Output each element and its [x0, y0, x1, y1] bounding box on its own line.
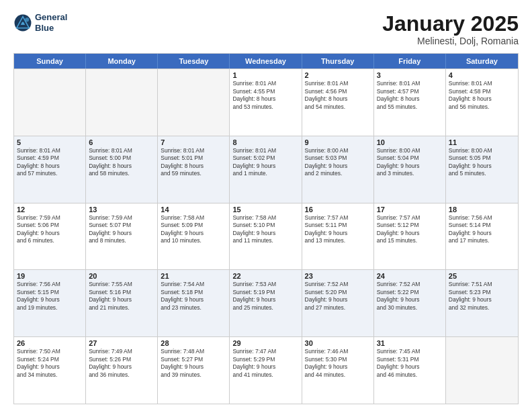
- cell-info: Sunrise: 8:01 AMSunset: 5:01 PMDaylight:…: [161, 147, 226, 178]
- cell-info: Sunrise: 8:01 AMSunset: 4:59 PMDaylight:…: [17, 147, 83, 178]
- day-header-saturday: Saturday: [446, 54, 518, 68]
- cell-info: Sunrise: 7:58 AMSunset: 5:09 PMDaylight:…: [161, 214, 226, 245]
- day-number: 9: [305, 138, 371, 146]
- day-number: 13: [89, 205, 154, 214]
- day-header-thursday: Thursday: [302, 54, 374, 68]
- day-header-friday: Friday: [374, 54, 446, 68]
- day-number: 20: [89, 272, 154, 280]
- calendar-cell-w2c3: 15Sunrise: 7:58 AMSunset: 5:10 PMDayligh…: [230, 203, 302, 270]
- calendar-cell-w2c0: 12Sunrise: 7:59 AMSunset: 5:06 PMDayligh…: [14, 203, 86, 270]
- day-number: 28: [161, 339, 226, 347]
- calendar-week-3: 19Sunrise: 7:56 AMSunset: 5:15 PMDayligh…: [14, 269, 518, 336]
- cell-info: Sunrise: 7:53 AMSunset: 5:19 PMDaylight:…: [232, 281, 298, 312]
- day-number: 25: [449, 272, 515, 280]
- cell-info: Sunrise: 8:01 AMSunset: 4:55 PMDaylight:…: [232, 80, 298, 111]
- day-number: 16: [305, 205, 371, 214]
- month-title: January 2025: [382, 12, 519, 36]
- cell-info: Sunrise: 7:56 AMSunset: 5:14 PMDaylight:…: [449, 214, 515, 245]
- calendar-cell-w2c6: 18Sunrise: 7:56 AMSunset: 5:14 PMDayligh…: [446, 203, 518, 270]
- cell-info: Sunrise: 8:00 AMSunset: 5:04 PMDaylight:…: [377, 147, 443, 178]
- header: General Blue January 2025 Melinesti, Dol…: [13, 12, 519, 46]
- calendar-cell-w3c3: 22Sunrise: 7:53 AMSunset: 5:19 PMDayligh…: [230, 270, 302, 336]
- day-number: 7: [161, 138, 226, 146]
- day-number: 1: [232, 71, 298, 79]
- calendar-cell-w1c2: 7Sunrise: 8:01 AMSunset: 5:01 PMDaylight…: [158, 136, 230, 203]
- calendar-cell-w4c3: 29Sunrise: 7:47 AMSunset: 5:29 PMDayligh…: [230, 337, 302, 404]
- day-number: 23: [305, 272, 371, 280]
- day-number: 12: [17, 205, 83, 214]
- day-number: 18: [449, 205, 515, 214]
- cell-info: Sunrise: 7:54 AMSunset: 5:18 PMDaylight:…: [161, 281, 226, 312]
- cell-info: Sunrise: 8:00 AMSunset: 5:05 PMDaylight:…: [449, 147, 515, 178]
- day-number: 22: [232, 272, 298, 280]
- day-header-sunday: Sunday: [14, 54, 86, 68]
- calendar-cell-w4c5: 31Sunrise: 7:45 AMSunset: 5:31 PMDayligh…: [374, 337, 446, 404]
- calendar-cell-w1c4: 9Sunrise: 8:00 AMSunset: 5:03 PMDaylight…: [302, 136, 374, 203]
- day-number: 24: [377, 272, 443, 280]
- calendar-cell-w1c6: 11Sunrise: 8:00 AMSunset: 5:05 PMDayligh…: [446, 136, 518, 203]
- title-block: January 2025 Melinesti, Dolj, Romania: [382, 12, 519, 46]
- day-number: 3: [377, 71, 443, 79]
- cell-info: Sunrise: 7:58 AMSunset: 5:10 PMDaylight:…: [232, 214, 298, 245]
- calendar-week-1: 5Sunrise: 8:01 AMSunset: 4:59 PMDaylight…: [14, 136, 518, 203]
- day-number: 17: [377, 205, 443, 214]
- logo-text: General Blue: [35, 12, 67, 33]
- cell-info: Sunrise: 8:00 AMSunset: 5:03 PMDaylight:…: [305, 147, 371, 178]
- page: General Blue January 2025 Melinesti, Dol…: [0, 0, 532, 411]
- calendar-cell-w3c1: 20Sunrise: 7:55 AMSunset: 5:16 PMDayligh…: [86, 270, 158, 336]
- cell-info: Sunrise: 8:01 AMSunset: 4:57 PMDaylight:…: [377, 80, 443, 111]
- cell-info: Sunrise: 7:52 AMSunset: 5:22 PMDaylight:…: [377, 281, 443, 312]
- calendar-cell-w1c5: 10Sunrise: 8:00 AMSunset: 5:04 PMDayligh…: [374, 136, 446, 203]
- day-number: 31: [377, 339, 443, 347]
- cell-info: Sunrise: 7:45 AMSunset: 5:31 PMDaylight:…: [377, 348, 443, 379]
- day-number: 30: [305, 339, 371, 347]
- day-number: 2: [305, 71, 371, 79]
- calendar-week-0: 1Sunrise: 8:01 AMSunset: 4:55 PMDaylight…: [14, 68, 518, 136]
- calendar-cell-w2c5: 17Sunrise: 7:57 AMSunset: 5:12 PMDayligh…: [374, 203, 446, 270]
- day-number: 6: [89, 138, 154, 146]
- cell-info: Sunrise: 7:51 AMSunset: 5:23 PMDaylight:…: [449, 281, 515, 312]
- calendar-cell-w4c2: 28Sunrise: 7:48 AMSunset: 5:27 PMDayligh…: [158, 337, 230, 404]
- svg-point-2: [25, 17, 29, 21]
- calendar-cell-w3c6: 25Sunrise: 7:51 AMSunset: 5:23 PMDayligh…: [446, 270, 518, 336]
- calendar: SundayMondayTuesdayWednesdayThursdayFrid…: [13, 53, 519, 404]
- day-number: 8: [232, 138, 298, 146]
- calendar-cell-w4c1: 27Sunrise: 7:49 AMSunset: 5:26 PMDayligh…: [86, 337, 158, 404]
- calendar-cell-w3c4: 23Sunrise: 7:52 AMSunset: 5:20 PMDayligh…: [302, 270, 374, 336]
- cell-info: Sunrise: 8:01 AMSunset: 5:00 PMDaylight:…: [89, 147, 154, 178]
- day-number: 19: [17, 272, 83, 280]
- day-number: 4: [449, 71, 515, 79]
- cell-info: Sunrise: 7:50 AMSunset: 5:24 PMDaylight:…: [17, 348, 83, 379]
- calendar-week-2: 12Sunrise: 7:59 AMSunset: 5:06 PMDayligh…: [14, 203, 518, 270]
- calendar-cell-w1c3: 8Sunrise: 8:01 AMSunset: 5:02 PMDaylight…: [230, 136, 302, 203]
- cell-info: Sunrise: 7:57 AMSunset: 5:12 PMDaylight:…: [377, 214, 443, 245]
- cell-info: Sunrise: 7:47 AMSunset: 5:29 PMDaylight:…: [232, 348, 298, 379]
- calendar-cell-w4c0: 26Sunrise: 7:50 AMSunset: 5:24 PMDayligh…: [14, 337, 86, 404]
- logo-icon: [13, 13, 32, 32]
- calendar-cell-w3c0: 19Sunrise: 7:56 AMSunset: 5:15 PMDayligh…: [14, 270, 86, 336]
- cell-info: Sunrise: 7:46 AMSunset: 5:30 PMDaylight:…: [305, 348, 371, 379]
- day-number: 10: [377, 138, 443, 146]
- cell-info: Sunrise: 7:57 AMSunset: 5:11 PMDaylight:…: [305, 214, 371, 245]
- calendar-cell-w2c1: 13Sunrise: 7:59 AMSunset: 5:07 PMDayligh…: [86, 203, 158, 270]
- day-number: 5: [17, 138, 83, 146]
- location: Melinesti, Dolj, Romania: [382, 36, 519, 46]
- cell-info: Sunrise: 8:01 AMSunset: 4:58 PMDaylight:…: [449, 80, 515, 111]
- calendar-cell-w0c1: [86, 69, 158, 136]
- day-number: 14: [161, 205, 226, 214]
- day-header-monday: Monday: [86, 54, 158, 68]
- calendar-cell-w0c0: [14, 69, 86, 136]
- cell-info: Sunrise: 7:59 AMSunset: 5:07 PMDaylight:…: [89, 214, 154, 245]
- calendar-cell-w3c2: 21Sunrise: 7:54 AMSunset: 5:18 PMDayligh…: [158, 270, 230, 336]
- calendar-body: 1Sunrise: 8:01 AMSunset: 4:55 PMDaylight…: [14, 68, 518, 404]
- cell-info: Sunrise: 7:59 AMSunset: 5:06 PMDaylight:…: [17, 214, 83, 245]
- calendar-cell-w1c0: 5Sunrise: 8:01 AMSunset: 4:59 PMDaylight…: [14, 136, 86, 203]
- calendar-cell-w4c4: 30Sunrise: 7:46 AMSunset: 5:30 PMDayligh…: [302, 337, 374, 404]
- day-number: 11: [449, 138, 515, 146]
- calendar-cell-w0c6: 4Sunrise: 8:01 AMSunset: 4:58 PMDaylight…: [446, 69, 518, 136]
- cell-info: Sunrise: 8:01 AMSunset: 5:02 PMDaylight:…: [232, 147, 298, 178]
- calendar-cell-w0c3: 1Sunrise: 8:01 AMSunset: 4:55 PMDaylight…: [230, 69, 302, 136]
- day-number: 26: [17, 339, 83, 347]
- cell-info: Sunrise: 7:52 AMSunset: 5:20 PMDaylight:…: [305, 281, 371, 312]
- calendar-cell-w2c4: 16Sunrise: 7:57 AMSunset: 5:11 PMDayligh…: [302, 203, 374, 270]
